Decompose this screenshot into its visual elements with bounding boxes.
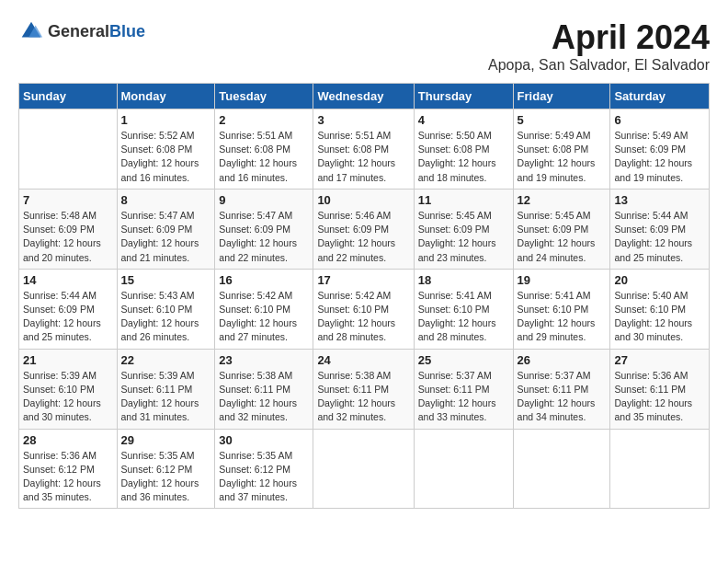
day-number: 17 <box>317 273 409 287</box>
calendar-cell: 26Sunrise: 5:37 AMSunset: 6:11 PMDayligh… <box>513 349 610 429</box>
main-title: April 2024 <box>488 18 710 57</box>
calendar-cell: 19Sunrise: 5:41 AMSunset: 6:10 PMDayligh… <box>513 269 610 349</box>
day-number: 8 <box>121 193 211 207</box>
day-info: Sunrise: 5:37 AMSunset: 6:11 PMDaylight:… <box>418 369 509 425</box>
calendar-table: SundayMondayTuesdayWednesdayThursdayFrid… <box>18 83 710 509</box>
logo: GeneralBlue <box>18 18 145 44</box>
day-number: 2 <box>219 113 309 127</box>
calendar-cell: 15Sunrise: 5:43 AMSunset: 6:10 PMDayligh… <box>117 269 215 349</box>
calendar-body: 1Sunrise: 5:52 AMSunset: 6:08 PMDaylight… <box>19 109 710 509</box>
calendar-day-header: Monday <box>117 84 215 109</box>
calendar-cell: 29Sunrise: 5:35 AMSunset: 6:12 PMDayligh… <box>117 429 215 509</box>
day-info: Sunrise: 5:49 AMSunset: 6:08 PMDaylight:… <box>518 129 607 185</box>
day-info: Sunrise: 5:38 AMSunset: 6:11 PMDaylight:… <box>219 369 309 425</box>
calendar-day-header: Friday <box>513 84 610 109</box>
day-info: Sunrise: 5:40 AMSunset: 6:10 PMDaylight:… <box>614 289 705 345</box>
day-number: 5 <box>518 113 607 127</box>
day-info: Sunrise: 5:42 AMSunset: 6:10 PMDaylight:… <box>317 289 409 345</box>
day-number: 25 <box>418 353 509 367</box>
title-area: April 2024 Apopa, San Salvador, El Salva… <box>488 18 710 74</box>
day-info: Sunrise: 5:44 AMSunset: 6:09 PMDaylight:… <box>614 209 705 265</box>
calendar-day-header: Wednesday <box>313 84 414 109</box>
calendar-day-header: Tuesday <box>215 84 313 109</box>
day-info: Sunrise: 5:51 AMSunset: 6:08 PMDaylight:… <box>317 129 409 185</box>
day-info: Sunrise: 5:39 AMSunset: 6:10 PMDaylight:… <box>23 369 113 425</box>
calendar-week-row: 14Sunrise: 5:44 AMSunset: 6:09 PMDayligh… <box>19 269 710 349</box>
calendar-cell: 24Sunrise: 5:38 AMSunset: 6:11 PMDayligh… <box>313 349 414 429</box>
calendar-cell: 14Sunrise: 5:44 AMSunset: 6:09 PMDayligh… <box>19 269 118 349</box>
calendar-cell: 30Sunrise: 5:35 AMSunset: 6:12 PMDayligh… <box>215 429 313 509</box>
day-number: 10 <box>317 193 409 207</box>
day-number: 27 <box>614 353 705 367</box>
calendar-week-row: 7Sunrise: 5:48 AMSunset: 6:09 PMDaylight… <box>19 189 710 269</box>
calendar-cell: 3Sunrise: 5:51 AMSunset: 6:08 PMDaylight… <box>313 109 414 190</box>
day-info: Sunrise: 5:50 AMSunset: 6:08 PMDaylight:… <box>418 129 509 185</box>
day-number: 7 <box>23 193 113 207</box>
calendar-cell <box>414 429 513 509</box>
day-info: Sunrise: 5:43 AMSunset: 6:10 PMDaylight:… <box>121 289 211 345</box>
day-info: Sunrise: 5:37 AMSunset: 6:11 PMDaylight:… <box>518 369 607 425</box>
calendar-cell: 4Sunrise: 5:50 AMSunset: 6:08 PMDaylight… <box>414 109 513 190</box>
day-number: 16 <box>219 273 309 287</box>
day-info: Sunrise: 5:39 AMSunset: 6:11 PMDaylight:… <box>121 369 211 425</box>
calendar-cell: 18Sunrise: 5:41 AMSunset: 6:10 PMDayligh… <box>414 269 513 349</box>
calendar-cell <box>313 429 414 509</box>
day-number: 22 <box>121 353 211 367</box>
calendar-cell <box>610 429 710 509</box>
day-number: 20 <box>614 273 705 287</box>
calendar-cell: 6Sunrise: 5:49 AMSunset: 6:09 PMDaylight… <box>610 109 710 190</box>
calendar-week-row: 28Sunrise: 5:36 AMSunset: 6:12 PMDayligh… <box>19 429 710 509</box>
calendar-cell: 20Sunrise: 5:40 AMSunset: 6:10 PMDayligh… <box>610 269 710 349</box>
calendar-cell <box>513 429 610 509</box>
calendar-cell: 17Sunrise: 5:42 AMSunset: 6:10 PMDayligh… <box>313 269 414 349</box>
day-number: 23 <box>219 353 309 367</box>
calendar-cell: 10Sunrise: 5:46 AMSunset: 6:09 PMDayligh… <box>313 189 414 269</box>
calendar-cell: 13Sunrise: 5:44 AMSunset: 6:09 PMDayligh… <box>610 189 710 269</box>
calendar-week-row: 1Sunrise: 5:52 AMSunset: 6:08 PMDaylight… <box>19 109 710 190</box>
day-info: Sunrise: 5:44 AMSunset: 6:09 PMDaylight:… <box>23 289 113 345</box>
day-info: Sunrise: 5:52 AMSunset: 6:08 PMDaylight:… <box>121 129 211 185</box>
day-info: Sunrise: 5:41 AMSunset: 6:10 PMDaylight:… <box>518 289 607 345</box>
day-number: 21 <box>23 353 113 367</box>
day-number: 29 <box>121 433 211 447</box>
calendar-cell: 7Sunrise: 5:48 AMSunset: 6:09 PMDaylight… <box>19 189 118 269</box>
day-number: 3 <box>317 113 409 127</box>
day-number: 12 <box>518 193 607 207</box>
day-number: 18 <box>418 273 509 287</box>
subtitle: Apopa, San Salvador, El Salvador <box>488 57 710 74</box>
day-number: 26 <box>518 353 607 367</box>
day-info: Sunrise: 5:38 AMSunset: 6:11 PMDaylight:… <box>317 369 409 425</box>
day-info: Sunrise: 5:42 AMSunset: 6:10 PMDaylight:… <box>219 289 309 345</box>
day-info: Sunrise: 5:45 AMSunset: 6:09 PMDaylight:… <box>518 209 607 265</box>
calendar-cell: 25Sunrise: 5:37 AMSunset: 6:11 PMDayligh… <box>414 349 513 429</box>
calendar-day-header: Sunday <box>19 84 118 109</box>
calendar-cell: 2Sunrise: 5:51 AMSunset: 6:08 PMDaylight… <box>215 109 313 190</box>
calendar-cell: 9Sunrise: 5:47 AMSunset: 6:09 PMDaylight… <box>215 189 313 269</box>
day-number: 28 <box>23 433 113 447</box>
calendar-cell: 28Sunrise: 5:36 AMSunset: 6:12 PMDayligh… <box>19 429 118 509</box>
day-info: Sunrise: 5:35 AMSunset: 6:12 PMDaylight:… <box>121 449 211 505</box>
day-number: 4 <box>418 113 509 127</box>
day-info: Sunrise: 5:47 AMSunset: 6:09 PMDaylight:… <box>121 209 211 265</box>
day-info: Sunrise: 5:36 AMSunset: 6:11 PMDaylight:… <box>614 369 705 425</box>
day-number: 6 <box>614 113 705 127</box>
day-number: 30 <box>219 433 309 447</box>
calendar-week-row: 21Sunrise: 5:39 AMSunset: 6:10 PMDayligh… <box>19 349 710 429</box>
calendar-day-header: Thursday <box>414 84 513 109</box>
day-number: 24 <box>317 353 409 367</box>
day-info: Sunrise: 5:47 AMSunset: 6:09 PMDaylight:… <box>219 209 309 265</box>
day-info: Sunrise: 5:45 AMSunset: 6:09 PMDaylight:… <box>418 209 509 265</box>
day-info: Sunrise: 5:49 AMSunset: 6:09 PMDaylight:… <box>614 129 705 185</box>
day-number: 19 <box>518 273 607 287</box>
logo-icon <box>18 18 44 44</box>
day-info: Sunrise: 5:35 AMSunset: 6:12 PMDaylight:… <box>219 449 309 505</box>
calendar-cell <box>19 109 118 190</box>
calendar-cell: 21Sunrise: 5:39 AMSunset: 6:10 PMDayligh… <box>19 349 118 429</box>
calendar-cell: 23Sunrise: 5:38 AMSunset: 6:11 PMDayligh… <box>215 349 313 429</box>
logo-general: General <box>48 22 109 40</box>
calendar-cell: 5Sunrise: 5:49 AMSunset: 6:08 PMDaylight… <box>513 109 610 190</box>
day-number: 13 <box>614 193 705 207</box>
calendar-cell: 12Sunrise: 5:45 AMSunset: 6:09 PMDayligh… <box>513 189 610 269</box>
calendar-cell: 8Sunrise: 5:47 AMSunset: 6:09 PMDaylight… <box>117 189 215 269</box>
page-header: GeneralBlue April 2024 Apopa, San Salvad… <box>18 18 710 74</box>
